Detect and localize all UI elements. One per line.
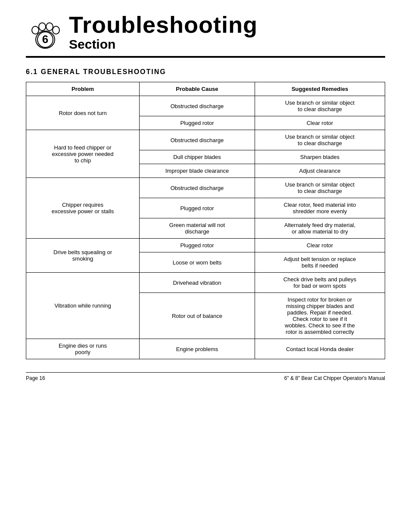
table-row: Hard to feed chipper or excessive power … (26, 130, 385, 150)
cause-cell: Engine problems (140, 339, 255, 359)
problem-cell: Vibration while running (26, 273, 140, 339)
cause-cell: Rotor out of balance (140, 293, 255, 339)
col-remedy: Suggested Remedies (255, 82, 385, 96)
footer-divider (26, 372, 385, 373)
bear-paw-logo: 6 (26, 13, 65, 52)
svg-text:6: 6 (42, 33, 48, 46)
cause-cell: Loose or worn belts (140, 252, 255, 273)
table-row: Chipper requires excessive power or stal… (26, 178, 385, 198)
header-divider (26, 56, 385, 58)
remedy-cell: Adjust clearance (255, 164, 385, 178)
remedy-cell: Check drive belts and pulleys for bad or… (255, 273, 385, 293)
col-cause: Probable Cause (140, 82, 255, 96)
troubleshooting-table: Problem Probable Cause Suggested Remedie… (26, 82, 385, 359)
cause-cell: Drivehead vibration (140, 273, 255, 293)
cause-cell: Green material will not discharge (140, 218, 255, 239)
cause-cell: Dull chipper blades (140, 150, 255, 164)
cause-cell: Obstructed discharge (140, 130, 255, 150)
remedy-cell: Clear rotor (255, 116, 385, 130)
section-heading: 6.1 GENERAL TROUBLESHOOTING (26, 68, 385, 76)
page-header: 6 Troubleshooting Section (26, 13, 385, 52)
cause-cell: Plugged rotor (140, 116, 255, 130)
page-footer: Page 16 6" & 8" Bear Cat Chipper Operato… (26, 375, 385, 381)
table-header-row: Problem Probable Cause Suggested Remedie… (26, 82, 385, 96)
section-label: Section (69, 37, 258, 52)
cause-cell: Plugged rotor (140, 198, 255, 218)
section-title: Troubleshooting (69, 13, 258, 36)
col-problem: Problem (26, 82, 140, 96)
remedy-cell: Alternately feed dry material, or allow … (255, 218, 385, 239)
cause-cell: Obstructed discharge (140, 96, 255, 116)
cause-cell: Obstructed discharge (140, 178, 255, 198)
title-area: Troubleshooting Section (69, 13, 258, 52)
problem-cell: Drive belts squealing or smoking (26, 239, 140, 273)
manual-title: 6" & 8" Bear Cat Chipper Operator's Manu… (284, 375, 385, 381)
remedy-cell: Adjust belt tension or replace belts if … (255, 252, 385, 273)
problem-cell: Hard to feed chipper or excessive power … (26, 130, 140, 178)
remedy-cell: Clear rotor (255, 239, 385, 252)
remedy-cell: Use branch or similar object to clear di… (255, 130, 385, 150)
svg-point-2 (39, 23, 46, 31)
table-row: Drive belts squealing or smokingPlugged … (26, 239, 385, 252)
remedy-cell: Use branch or similar object to clear di… (255, 96, 385, 116)
table-row: Rotor does not turnObstructed dischargeU… (26, 96, 385, 116)
problem-cell: Chipper requires excessive power or stal… (26, 178, 140, 239)
remedy-cell: Clear rotor, feed material into shredder… (255, 198, 385, 218)
table-row: Engine dies or runs poorlyEngine problem… (26, 339, 385, 359)
remedy-cell: Sharpen blades (255, 150, 385, 164)
cause-cell: Plugged rotor (140, 239, 255, 252)
page-number: Page 16 (26, 375, 45, 381)
svg-point-3 (46, 23, 53, 31)
svg-point-4 (53, 26, 59, 34)
remedy-cell: Inspect rotor for broken or missing chip… (255, 293, 385, 339)
remedy-cell: Use branch or similar object to clear di… (255, 178, 385, 198)
cause-cell: Improper blade clearance (140, 164, 255, 178)
problem-cell: Engine dies or runs poorly (26, 339, 140, 359)
remedy-cell: Contact local Honda dealer (255, 339, 385, 359)
table-row: Vibration while runningDrivehead vibrati… (26, 273, 385, 293)
logo-area: 6 (26, 13, 65, 52)
svg-point-1 (32, 26, 39, 34)
problem-cell: Rotor does not turn (26, 96, 140, 130)
